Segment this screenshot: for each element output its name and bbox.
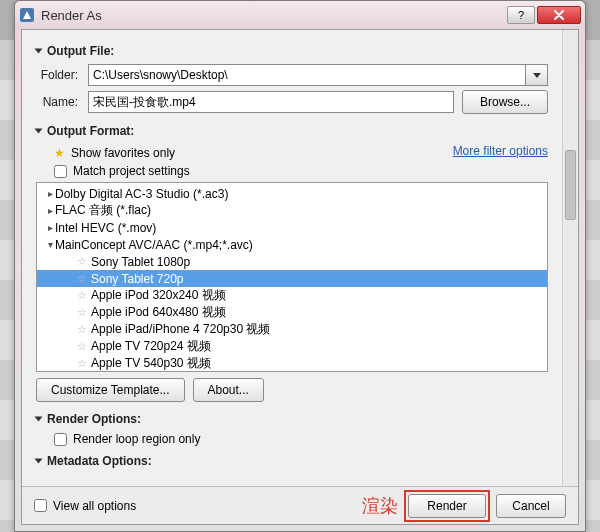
window-title: Render As <box>41 8 505 23</box>
caret-icon: ▸ <box>45 205 55 216</box>
caret-icon: ▸ <box>45 188 55 199</box>
caret-icon: ▾ <box>45 239 55 250</box>
tree-item-label: Apple TV 540p30 视频 <box>91 355 211 372</box>
page-edge-left <box>0 40 14 532</box>
view-all-options-label: View all options <box>53 499 136 513</box>
browse-button[interactable]: Browse... <box>462 90 548 114</box>
folder-dropdown-button[interactable] <box>526 64 548 86</box>
favorite-star-icon[interactable]: ☆ <box>77 306 87 319</box>
name-label: Name: <box>36 95 88 109</box>
render-as-window: Render As ? Output File: Folder: Name: B… <box>14 0 586 532</box>
caret-icon: ▸ <box>45 222 55 233</box>
favorite-star-icon[interactable]: ☆ <box>77 340 87 353</box>
client-area: Output File: Folder: Name: Browse... Out… <box>21 29 579 525</box>
tree-item-label: Sony Tablet 720p <box>91 272 184 286</box>
show-favorites-label: Show favorites only <box>71 146 175 160</box>
tree-preset[interactable]: ☆Sony Tablet 720p <box>37 270 547 287</box>
loop-region-checkbox[interactable] <box>54 433 67 446</box>
format-tree[interactable]: ▸Dolby Digital AC-3 Studio (*.ac3)▸FLAC … <box>36 182 548 372</box>
section-label: Render Options: <box>47 412 141 426</box>
favorite-star-icon[interactable]: ☆ <box>77 357 87 370</box>
vertical-scrollbar[interactable] <box>562 30 578 486</box>
page-edge-right <box>586 40 600 532</box>
tree-item-label: MainConcept AVC/AAC (*.mp4;*.avc) <box>55 238 253 252</box>
section-label: Output Format: <box>47 124 134 138</box>
tree-preset[interactable]: ☆Apple iPod 320x240 视频 <box>37 287 547 304</box>
app-icon <box>19 7 35 23</box>
customize-template-button[interactable]: Customize Template... <box>36 378 185 402</box>
annotation-highlight-box: Render <box>404 490 490 522</box>
chevron-down-icon <box>533 73 541 78</box>
tree-item-label: Apple iPad/iPhone 4 720p30 视频 <box>91 321 270 338</box>
chevron-right-icon <box>35 417 43 422</box>
tree-preset[interactable]: ☆Apple TV 720p24 视频 <box>37 338 547 355</box>
section-output-file[interactable]: Output File: <box>36 44 548 58</box>
tree-item-label: Apple TV 720p24 视频 <box>91 338 211 355</box>
chevron-right-icon <box>35 129 43 134</box>
match-project-checkbox[interactable] <box>54 165 67 178</box>
section-metadata-options[interactable]: Metadata Options: <box>36 454 548 468</box>
main-scroll-area: Output File: Folder: Name: Browse... Out… <box>22 30 578 486</box>
match-project-label: Match project settings <box>73 164 190 178</box>
tree-preset[interactable]: ☆Sony Tablet 1080p <box>37 253 547 270</box>
loop-region-label: Render loop region only <box>73 432 200 446</box>
close-button[interactable] <box>537 6 581 24</box>
close-icon <box>554 10 564 20</box>
folder-field[interactable] <box>88 64 526 86</box>
about-button[interactable]: About... <box>193 378 264 402</box>
section-label: Metadata Options: <box>47 454 152 468</box>
annotation-render-text: 渲染 <box>362 494 398 518</box>
tree-group[interactable]: ▸Intel HEVC (*.mov) <box>37 219 547 236</box>
folder-label: Folder: <box>36 68 88 82</box>
favorite-star-icon[interactable]: ☆ <box>77 272 87 285</box>
tree-preset[interactable]: ☆Apple TV 540p30 视频 <box>37 355 547 372</box>
tree-item-label: Dolby Digital AC-3 Studio (*.ac3) <box>55 187 228 201</box>
tree-group[interactable]: ▸FLAC 音频 (*.flac) <box>37 202 547 219</box>
section-label: Output File: <box>47 44 114 58</box>
chevron-right-icon <box>35 49 43 54</box>
scrollbar-thumb[interactable] <box>565 150 576 220</box>
favorite-star-icon[interactable]: ☆ <box>77 255 87 268</box>
tree-item-label: FLAC 音频 (*.flac) <box>55 202 151 219</box>
favorite-star-icon[interactable]: ☆ <box>77 323 87 336</box>
section-render-options[interactable]: Render Options: <box>36 412 548 426</box>
tree-group[interactable]: ▾MainConcept AVC/AAC (*.mp4;*.avc) <box>37 236 547 253</box>
tree-preset[interactable]: ☆Apple iPad/iPhone 4 720p30 视频 <box>37 321 547 338</box>
more-filter-options-link[interactable]: More filter options <box>453 144 548 158</box>
chevron-right-icon <box>35 459 43 464</box>
tree-item-label: Apple iPod 320x240 视频 <box>91 287 226 304</box>
tree-item-label: Apple iPod 640x480 视频 <box>91 304 226 321</box>
tree-group[interactable]: ▸Dolby Digital AC-3 Studio (*.ac3) <box>37 185 547 202</box>
tree-item-label: Sony Tablet 1080p <box>91 255 190 269</box>
view-all-options-checkbox[interactable] <box>34 499 47 512</box>
help-button[interactable]: ? <box>507 6 535 24</box>
titlebar[interactable]: Render As ? <box>15 1 585 29</box>
star-icon: ★ <box>54 146 65 160</box>
name-field[interactable] <box>88 91 454 113</box>
bottom-bar: View all options 渲染 Render Cancel <box>22 486 578 524</box>
favorite-star-icon[interactable]: ☆ <box>77 289 87 302</box>
render-button[interactable]: Render <box>408 494 486 518</box>
cancel-button[interactable]: Cancel <box>496 494 566 518</box>
tree-preset[interactable]: ☆Apple iPod 640x480 视频 <box>37 304 547 321</box>
tree-item-label: Intel HEVC (*.mov) <box>55 221 156 235</box>
section-output-format[interactable]: Output Format: <box>36 124 548 138</box>
